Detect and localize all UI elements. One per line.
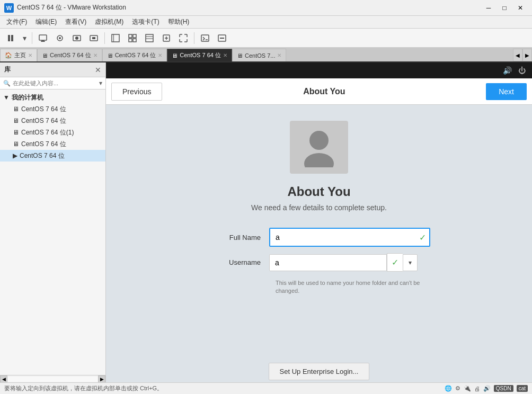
- tab-vm-1[interactable]: 🖥 CentOS 7 64 位 ✕: [37, 49, 102, 61]
- tab-vm-2[interactable]: 🖥 CentOS 7 64 位 ✕: [102, 49, 167, 61]
- sidebar: 库 ✕ 🔍 ▾ ▼ 我的计算机 🖥 CentOS 7 64 位 🖥: [0, 62, 106, 382]
- toolbar-view2[interactable]: [125, 31, 140, 46]
- vm3-icon: 🖥: [172, 52, 178, 59]
- vm-volume-button[interactable]: 🔊: [501, 65, 513, 76]
- username-row: Username ✓ ▾: [208, 253, 430, 272]
- print-icon: 🖨: [474, 386, 480, 392]
- menu-view[interactable]: 查看(V): [61, 16, 91, 28]
- toolbar-pause[interactable]: [3, 31, 18, 46]
- tree-item-label-1: CentOS 7 64 位: [21, 117, 66, 126]
- svg-point-10: [75, 37, 78, 40]
- usb-icon: 🔌: [464, 385, 471, 392]
- qsdn-badge: QSDN: [494, 385, 513, 392]
- separator-1: [32, 32, 32, 44]
- close-button[interactable]: ✕: [513, 3, 528, 13]
- tree-item-2[interactable]: 🖥 CentOS 7 64 位(1): [0, 127, 105, 138]
- toolbar-more[interactable]: [215, 31, 229, 46]
- tree-root[interactable]: ▼ 我的计算机: [0, 92, 105, 103]
- previous-button[interactable]: Previous: [111, 83, 162, 101]
- search-input[interactable]: [13, 80, 99, 86]
- full-name-row: Full Name ✓: [208, 228, 430, 247]
- toolbar-snapshot1[interactable]: [69, 31, 84, 46]
- tree-item-0[interactable]: 🖥 CentOS 7 64 位: [0, 103, 105, 115]
- toolbar-view3[interactable]: [142, 31, 157, 46]
- vm1-icon: 🖥: [42, 52, 48, 59]
- vm-power-button[interactable]: ⏻: [516, 65, 528, 76]
- sidebar-title: 库: [4, 65, 11, 74]
- sidebar-header: 库 ✕: [0, 62, 105, 77]
- svg-rect-5: [41, 40, 45, 41]
- username-dropdown-button[interactable]: ▾: [403, 254, 418, 271]
- username-label: Username: [208, 258, 261, 266]
- tab-home[interactable]: 🏠 主页 ✕: [0, 49, 37, 61]
- toolbar-settings[interactable]: [52, 31, 67, 46]
- next-button[interactable]: Next: [486, 83, 527, 100]
- enterprise-login-button[interactable]: Set Up Enterprise Login...: [269, 363, 370, 380]
- menu-file[interactable]: 文件(F): [2, 16, 31, 28]
- tab-nav-right[interactable]: ▶: [522, 49, 532, 61]
- tab-vm1-label: CentOS 7 64 位: [50, 51, 91, 59]
- tab-home-label: 主页: [14, 51, 26, 59]
- tab-vm2-close[interactable]: ✕: [158, 52, 162, 58]
- toolbar-snapshot2[interactable]: [86, 31, 101, 46]
- tree-item-3[interactable]: 🖥 CentOS 7 64 位: [0, 138, 105, 150]
- username-hint: This will be used to name your home fold…: [276, 279, 424, 296]
- svg-point-26: [304, 153, 334, 167]
- svg-rect-14: [129, 34, 132, 38]
- svg-point-8: [59, 37, 61, 39]
- menu-bar: 文件(F) 编辑(E) 查看(V) 虚拟机(M) 选项卡(T) 帮助(H): [0, 16, 532, 29]
- title-bar: W CentOS 7 64 位 - VMware Workstation ─ □…: [0, 0, 532, 16]
- vm-icon-3: 🖥: [13, 140, 19, 148]
- toolbar-terminal[interactable]: [198, 31, 212, 46]
- network-icon: 🌐: [445, 385, 452, 392]
- tree-item-label-4: CentOS 7 64 位: [20, 151, 65, 160]
- minimize-button[interactable]: ─: [481, 3, 496, 13]
- cat-badge: cat: [517, 385, 528, 392]
- menu-tab[interactable]: 选项卡(T): [128, 16, 163, 28]
- nav-bar: Previous About You Next: [106, 78, 532, 105]
- tab-vm4-close[interactable]: ✕: [277, 52, 281, 58]
- tree-item-4[interactable]: ▶ CentOS 7 64 位: [0, 150, 105, 162]
- tree-item-label-2: CentOS 7 64 位(1): [21, 128, 74, 137]
- tab-vm3-close[interactable]: ✕: [223, 52, 227, 58]
- toolbar-monitor[interactable]: [36, 31, 50, 46]
- scrollbar-left[interactable]: ◀: [0, 375, 7, 383]
- svg-point-25: [309, 131, 329, 150]
- tab-vm1-close[interactable]: ✕: [93, 52, 97, 58]
- svg-rect-17: [133, 39, 136, 42]
- scrollbar-right[interactable]: ▶: [98, 375, 105, 383]
- toolbar: ▾: [0, 29, 532, 48]
- menu-edit[interactable]: 编辑(E): [31, 16, 61, 28]
- separator-3: [194, 32, 194, 44]
- tab-vm-3[interactable]: 🖥 CentOS 7 64 位 ✕: [167, 49, 232, 61]
- user-avatar-icon: [300, 128, 338, 167]
- settings-icon: ⚙: [455, 385, 460, 392]
- vm-icon-0: 🖥: [13, 105, 19, 113]
- form-subtitle: We need a few details to complete setup.: [251, 203, 387, 212]
- full-name-input-wrapper: ✓: [269, 228, 430, 247]
- tab-home-close[interactable]: ✕: [28, 52, 32, 58]
- tree-item-1[interactable]: 🖥 CentOS 7 64 位: [0, 115, 105, 127]
- vm4-icon: 🖥: [237, 52, 243, 59]
- sidebar-close-button[interactable]: ✕: [95, 66, 101, 74]
- maximize-button[interactable]: □: [497, 3, 512, 13]
- toolbar-dropdown[interactable]: ▾: [20, 31, 29, 46]
- search-dropdown-icon[interactable]: ▾: [99, 79, 102, 87]
- vm-icon-2: 🖥: [13, 129, 19, 136]
- tab-nav-left[interactable]: ◀: [513, 49, 522, 61]
- menu-help[interactable]: 帮助(H): [164, 16, 194, 28]
- toolbar-view1[interactable]: [108, 31, 123, 46]
- svg-text:W: W: [6, 5, 12, 11]
- username-input[interactable]: [269, 254, 387, 271]
- svg-rect-6: [41, 41, 45, 42]
- svg-rect-22: [201, 35, 209, 41]
- app-icon: W: [4, 3, 14, 13]
- window-controls: ─ □ ✕: [481, 3, 528, 13]
- vm2-icon: 🖥: [107, 52, 113, 59]
- tree-root-label: 我的计算机: [12, 93, 43, 102]
- toolbar-fullscreen[interactable]: [176, 31, 191, 46]
- tab-vm-4[interactable]: 🖥 CentOS 7... ✕: [232, 49, 286, 61]
- toolbar-vm-btn1[interactable]: [159, 31, 174, 46]
- full-name-input[interactable]: [269, 228, 430, 247]
- menu-vm[interactable]: 虚拟机(M): [91, 16, 128, 28]
